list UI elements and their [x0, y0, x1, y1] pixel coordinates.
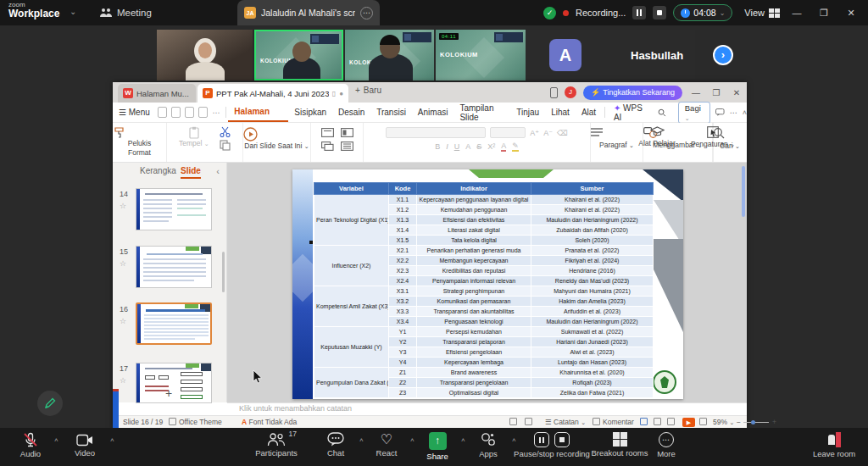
zoom-level[interactable]: 59% ⌄	[713, 418, 734, 426]
star-icon[interactable]: ☆	[120, 317, 126, 325]
paste-button[interactable]: Tempel ⌄	[179, 126, 209, 148]
theme-button[interactable]: Office Theme	[169, 418, 222, 426]
tab-tinjau[interactable]: Tinjau	[510, 108, 545, 117]
slide-layout-icon[interactable]	[341, 128, 353, 137]
video-options-chevron[interactable]: ˄	[110, 436, 114, 444]
grid-view-icon[interactable]	[654, 418, 664, 426]
slide-16[interactable]: VariabelKodeIndikatorSumberPeran Teknolo…	[292, 169, 683, 399]
settings-menu-button[interactable]: Pengaturan ⌄	[686, 126, 740, 149]
audio-options-chevron[interactable]: ˄	[54, 436, 58, 444]
tab-alat[interactable]: Alat	[576, 108, 602, 117]
superscript-button[interactable]: X²	[487, 142, 495, 151]
participant-video-hasbullah[interactable]: A Hasbullah	[526, 30, 695, 80]
slide-canvas[interactable]: VariabelKodeIndikatorSumberPeran Teknolo…	[227, 163, 747, 402]
star-icon[interactable]: ☆	[120, 376, 126, 385]
phone-view-icon[interactable]	[509, 418, 520, 426]
annotation-button[interactable]	[37, 391, 63, 416]
workspace-chevron-icon[interactable]: ⌄	[70, 7, 76, 16]
share-button[interactable]: ↑ Share	[417, 432, 458, 461]
cut-icon[interactable]	[220, 126, 231, 137]
video-button[interactable]: Video	[64, 432, 105, 458]
tab-wps-ai[interactable]: ✦ WPS AI	[608, 103, 651, 122]
underline-button[interactable]: U	[454, 142, 460, 151]
copy-icon[interactable]	[220, 140, 231, 151]
collapse-panel-icon[interactable]: ‹	[216, 166, 220, 176]
increase-font-button[interactable]: A⁺	[530, 129, 539, 137]
tab-halaman-muka[interactable]: Halaman Muka	[228, 103, 288, 122]
participant-video-2-active-speaker[interactable]: KOLOKIUM	[254, 30, 343, 80]
font-warning[interactable]: A Font Tidak Ada	[242, 418, 297, 426]
new-document-button[interactable]: + Baru	[355, 86, 381, 95]
pause-recording-button[interactable]	[632, 6, 646, 19]
slideshow-play-button[interactable]: ▶	[682, 418, 695, 427]
slide-thumbnail-17[interactable]	[136, 363, 212, 403]
selection-handle[interactable]	[309, 241, 313, 244]
stop-recording-button[interactable]	[653, 6, 666, 19]
slide-thumbnail-15[interactable]	[136, 246, 212, 288]
wps-close-button[interactable]: ✕	[730, 88, 743, 97]
comment-toggle-button[interactable]: Komentar	[593, 418, 634, 426]
wps-minimize-button[interactable]: —	[689, 88, 703, 97]
font-family-select[interactable]	[386, 127, 486, 138]
tab-lihat[interactable]: Lihat	[545, 108, 576, 117]
search-icon[interactable]	[658, 108, 666, 118]
participant-video-4[interactable]: 04:11 KOLOKIUM	[436, 30, 526, 80]
more-tools-icon[interactable]: ⋯	[210, 108, 223, 117]
leave-room-button[interactable]: Leave room	[807, 432, 861, 458]
decrease-font-button[interactable]: A⁻	[543, 129, 553, 137]
notes-area[interactable]: Klik untuk menambahkan catatan	[227, 402, 747, 414]
font-color-button[interactable]: A	[501, 141, 506, 152]
mobile-sync-icon[interactable]	[550, 87, 558, 98]
tab-transisi[interactable]: Transisi	[370, 108, 412, 117]
format-painter-button[interactable]: PelukisFormat	[113, 123, 167, 162]
ribbon-more-icon[interactable]: ⋯	[725, 108, 743, 117]
tab-sisipkan[interactable]: Sisipkan	[288, 108, 332, 117]
participants-button[interactable]: 17 Participants	[250, 432, 303, 458]
strikethrough-button[interactable]: S	[476, 142, 481, 151]
collapse-ribbon-icon[interactable]: ˄	[743, 108, 747, 117]
share-document-button[interactable]: Bagi ⌄	[678, 102, 710, 124]
notes-toggle-button[interactable]: ☰ Catatan ⌄	[545, 418, 586, 426]
chat-button[interactable]: Chat	[315, 432, 356, 458]
tab-animasi[interactable]: Animasi	[412, 108, 454, 117]
slide-thumbnail-14[interactable]	[136, 188, 212, 230]
pin-icon[interactable]: ▯	[332, 90, 336, 97]
upgrade-button[interactable]: ⚡ Tingkatkan Sekarang	[583, 86, 682, 100]
account-avatar[interactable]: J	[565, 86, 576, 98]
add-slide-button[interactable]: +	[165, 386, 172, 400]
chat-options-chevron[interactable]: ˄	[359, 436, 364, 444]
fit-slide-icon[interactable]	[699, 418, 709, 426]
zoom-slider[interactable]	[743, 422, 769, 423]
tab-meeting[interactable]: Meeting	[100, 0, 152, 25]
react-options-chevron[interactable]: ˄	[410, 436, 415, 444]
wps-restore-button[interactable]: ❐	[709, 88, 723, 97]
font-size-select[interactable]	[490, 127, 526, 138]
star-icon[interactable]: ☆	[120, 202, 126, 210]
apps-button[interactable]: Apps	[468, 432, 509, 458]
normal-view-icon[interactable]	[640, 418, 650, 426]
duplicate-slide-icon[interactable]	[321, 141, 334, 151]
highlight-color-button[interactable]: ✎	[512, 141, 519, 152]
share-options-chevron[interactable]: ˄	[461, 436, 465, 444]
more-button[interactable]: ⋯ More	[646, 432, 687, 458]
clear-format-button[interactable]: ⌫	[557, 129, 568, 137]
tab-kerangka[interactable]: Kerangka	[140, 166, 176, 175]
zoom-out-button[interactable]: −	[737, 418, 741, 426]
audio-button[interactable]: Audio	[10, 432, 51, 458]
panel-scrollbar[interactable]	[222, 252, 225, 292]
star-icon[interactable]: ☆	[120, 259, 126, 268]
study-tools-button[interactable]: Alat Pelajar	[632, 126, 682, 148]
window-restore-button[interactable]: ❐	[814, 8, 834, 19]
doc-tab-ppt[interactable]: P PPT Pak Al-Mahali, 4 Juni 2023 ▯ ●	[198, 84, 348, 103]
bold-button[interactable]: B	[435, 142, 440, 151]
canvas-scrollbar[interactable]	[742, 166, 745, 217]
indicator-table[interactable]: VariabelKodeIndikatorSumberPeran Teknolo…	[314, 182, 654, 398]
participant-video-3[interactable]: KOLOKIUM	[345, 30, 434, 80]
tab-tampilan-slide[interactable]: Tampilan Slide	[453, 103, 510, 122]
participant-video-1[interactable]	[157, 30, 253, 80]
export-pdf-icon[interactable]	[171, 107, 181, 118]
new-slide-icon[interactable]	[321, 128, 334, 137]
zoom-in-button[interactable]: +	[772, 418, 776, 426]
comment-icon[interactable]	[715, 108, 725, 117]
doc-tab-halaman[interactable]: W Halaman Mu...	[118, 84, 196, 103]
